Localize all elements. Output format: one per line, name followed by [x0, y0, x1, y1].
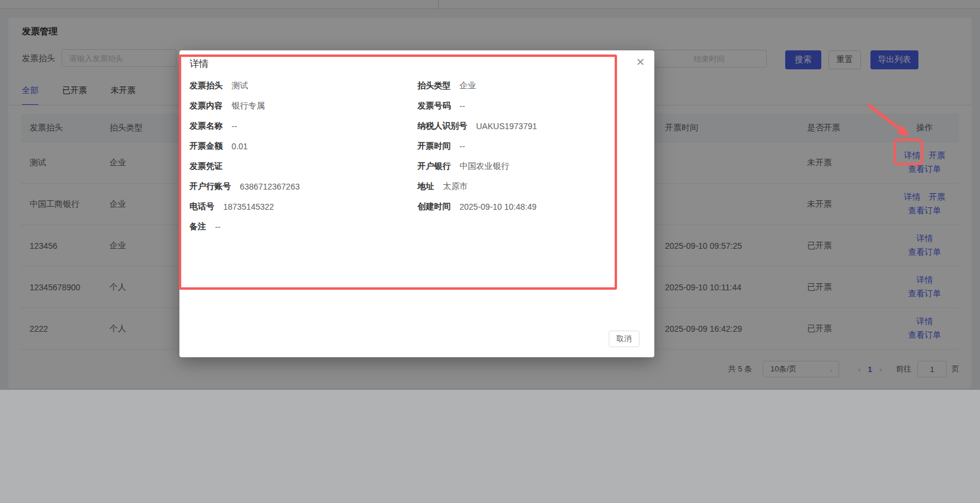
modal-field-row: 抬头类型企业 — [417, 76, 537, 96]
modal-field-row: 开票金额0.01 — [189, 136, 300, 156]
field-value: 0.01 — [232, 142, 248, 151]
modal-field-row: 开户行账号6386712367263 — [189, 177, 300, 197]
modal-field-row: 地址太原市 — [417, 177, 537, 197]
modal-field-row: 开票时间-- — [417, 136, 537, 156]
field-label: 创建时间 — [417, 201, 451, 212]
field-value: -- — [215, 222, 220, 232]
field-value: -- — [460, 142, 465, 151]
cancel-button[interactable]: 取消 — [609, 331, 640, 347]
field-label: 备注 — [189, 222, 206, 232]
field-value: -- — [460, 101, 465, 111]
modal-fields-right: 抬头类型企业发票号码--纳税人识别号UAKUS1973791开票时间--开户银行… — [417, 76, 537, 217]
field-label: 发票抬头 — [189, 81, 223, 91]
modal-fields-left: 发票抬头测试发票内容银行专属发票名称--开票金额0.01发票凭证开户行账号638… — [189, 76, 300, 237]
field-label: 发票名称 — [189, 121, 223, 132]
modal-title: 详情 — [189, 58, 208, 71]
field-value: 太原市 — [443, 181, 468, 192]
field-label: 抬头类型 — [417, 81, 451, 91]
modal-field-row: 开户银行中国农业银行 — [417, 156, 537, 177]
field-value: 2025-09-10 10:48:49 — [460, 202, 536, 212]
modal-field-row: 电话号18735145322 — [189, 197, 300, 217]
field-label: 开票时间 — [417, 141, 451, 152]
modal-field-row: 发票凭证 — [189, 156, 300, 177]
modal-field-row: 发票内容银行专属 — [189, 96, 300, 116]
modal-field-row: 发票号码-- — [417, 96, 537, 116]
field-label: 开票金额 — [189, 141, 223, 152]
field-label: 地址 — [417, 181, 434, 192]
field-value: 6386712367263 — [240, 182, 300, 191]
field-label: 开户银行 — [417, 161, 451, 172]
close-icon[interactable]: ✕ — [636, 57, 645, 68]
field-value: -- — [232, 121, 237, 131]
field-value: 银行专属 — [232, 101, 265, 111]
details-modal: 详情 ✕ 发票抬头测试发票内容银行专属发票名称--开票金额0.01发票凭证开户行… — [179, 50, 654, 357]
field-label: 纳税人识别号 — [417, 121, 467, 132]
field-label: 电话号 — [189, 201, 214, 212]
field-label: 发票号码 — [417, 101, 451, 111]
modal-field-row: 备注-- — [189, 217, 300, 237]
field-label: 开户行账号 — [189, 181, 231, 192]
modal-field-row: 发票名称-- — [189, 116, 300, 136]
field-value: 企业 — [460, 81, 476, 91]
field-value: 18735145322 — [223, 202, 274, 212]
field-label: 发票内容 — [189, 101, 223, 111]
modal-field-row: 创建时间2025-09-10 10:48:49 — [417, 197, 537, 217]
field-value: 中国农业银行 — [460, 161, 509, 172]
field-label: 发票凭证 — [189, 161, 223, 172]
modal-field-row: 纳税人识别号UAKUS1973791 — [417, 116, 537, 136]
modal-field-row: 发票抬头测试 — [189, 76, 300, 96]
field-value: UAKUS1973791 — [476, 121, 537, 131]
field-value: 测试 — [232, 81, 248, 91]
